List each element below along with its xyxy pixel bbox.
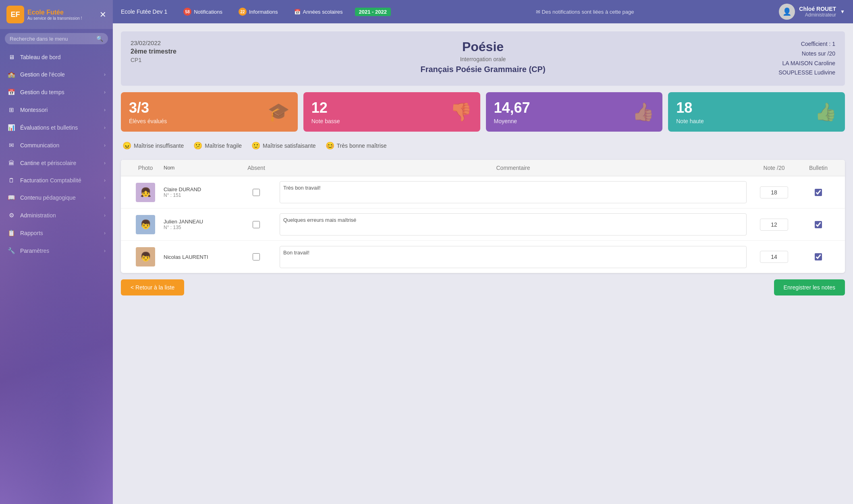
col-nom-3: Nicolas LAURENTI [164,254,236,260]
commentaire-value-1: Très bon travail! [283,185,321,191]
commentaire-value-3: Bon travail! [283,250,309,256]
absent-checkbox-3[interactable] [253,253,260,260]
eval-trimestre: 2ème trimestre [131,48,307,55]
sidebar-item-cantine[interactable]: 🏛Cantine et périscolaire › [0,154,113,171]
logo-area: EF Ecole Futée Au service de la transmis… [6,6,82,23]
sidebar-item-parametres[interactable]: 🔧Paramètres › [0,242,113,260]
emoji-bonne: 😊 [326,141,334,150]
bulletin-checkbox-2[interactable] [815,221,822,228]
sidebar-item-rapports[interactable]: 📋Rapports › [0,224,113,242]
sidebar-item-evaluations[interactable]: 📊Évaluations et bulletins › [0,119,113,136]
note-input-3[interactable] [760,251,788,263]
chevron-right-icon: › [104,178,106,183]
chevron-right-icon: › [104,160,106,166]
stats-row: 3/3 Élèves évalués 🎓 12 Note basse 👎 14,… [121,92,845,132]
col-commentaire-2: Quelques erreurs mais maîtrisé [276,213,750,235]
communication-icon: ✉ [7,142,15,149]
stat-value-basse: 12 [311,99,340,116]
close-sidebar-button[interactable]: ✕ [100,10,106,19]
year-badge: 2021 - 2022 [355,8,391,16]
emoji-insuffisante: 😠 [122,141,131,150]
stat-card-moyenne: 14,67 Moyenne 👍 [486,92,663,132]
eval-table: Photo Nom Absent Commentaire Note /20 Bu… [121,160,845,273]
eval-class: CP1 [131,57,307,63]
sidebar-item-label: Contenu pédagogique [20,194,76,201]
legend-bonne: 😊 Très bonne maîtrise [326,141,387,150]
commentaire-text-3: Bon travail! [280,246,747,268]
user-area[interactable]: 👤 Chloé ROUET Administrateur ▼ [779,4,845,20]
calendar-icon: 📅 [294,9,301,15]
col-photo: 👧 [127,183,164,202]
eval-meta-right: Coefficient : 1 Notes sur /20 LA MAISON … [659,39,835,78]
top-nav: Ecole Futée Dev 1 58 Notifications 22 In… [113,0,853,23]
informations-badge: 22 [239,8,247,16]
sidebar-item-ecole[interactable]: 🏫Gestion de l'école › [0,66,113,83]
commentaire-value-2: Quelques erreurs mais maîtrisé [283,217,356,223]
chevron-right-icon: › [104,107,106,113]
col-header-bulletin: Bulletin [798,165,838,171]
sidebar-item-facturation[interactable]: 🗒Facturation Comptabilité › [0,171,113,189]
bulletin-checkbox-1[interactable] [815,189,822,196]
col-header-photo: Photo [127,165,164,171]
bulletin-checkbox-3[interactable] [815,253,822,260]
sidebar-item-label: Rapports [20,230,43,236]
note-input-1[interactable] [760,186,788,198]
informations-button[interactable]: 22 Informations [235,5,282,18]
legend-label-insuffisante: Maîtrise insuffisante [134,143,184,149]
eval-date: 23/02/2022 [131,39,307,46]
student-name-2: Julien JANNEAU [164,219,236,225]
sidebar-item-temps[interactable]: 📅Gestion du temps › [0,83,113,101]
notifications-button[interactable]: 58 Notifications [179,5,226,18]
note-input-2[interactable] [760,219,788,231]
sidebar-item-montessori[interactable]: ⊞Montessori › [0,101,113,119]
stat-label-eleves: Élèves évalués [129,118,167,124]
chevron-right-icon: › [104,72,106,77]
col-absent-3 [236,253,276,260]
search-input[interactable] [10,36,96,42]
sidebar-item-communication[interactable]: ✉Communication › [0,136,113,154]
graduation-icon: 🎓 [268,101,290,122]
chevron-right-icon: › [104,89,106,95]
contenu-icon: 📖 [7,194,15,201]
ecole-icon: 🏫 [7,71,15,78]
student-photo-1: 👧 [136,183,155,202]
user-role: Administrateur [799,12,836,18]
col-nom-2: Julien JANNEAU N° : 135 [164,219,236,230]
stat-label-moyenne: Moyenne [494,118,530,124]
sidebar-header: EF Ecole Futée Au service de la transmis… [0,0,113,29]
user-info: Chloé ROUET Administrateur [799,6,836,18]
sidebar-item-contenu[interactable]: 📖Contenu pédagogique › [0,189,113,207]
back-button[interactable]: < Retour à la liste [121,279,184,295]
app-dev-title: Ecole Futée Dev 1 [121,8,167,15]
informations-label: Informations [249,9,278,15]
col-commentaire-1: Très bon travail! [276,181,750,203]
annees-button[interactable]: 📅 Années scolaires [290,6,347,17]
legend-row: 😠 Maîtrise insuffisante 😕 Maîtrise fragi… [121,138,845,153]
col-photo: 👦 [127,247,164,266]
sidebar-item-administration[interactable]: ⚙Administration › [0,207,113,224]
sidebar-item-label: Gestion de l'école [20,71,65,78]
mail-icon: ✉ [536,9,540,15]
absent-checkbox-2[interactable] [253,221,260,228]
stat-card-eleves: 3/3 Élèves évalués 🎓 [121,92,298,132]
facturation-icon: 🗒 [7,177,15,184]
student-name-1: Claire DURAND [164,186,236,192]
save-button[interactable]: Enregistrer les notes [774,279,845,295]
stat-card-haute: 18 Note haute 👍 [668,92,845,132]
stat-value-eleves: 3/3 [129,99,167,116]
chevron-down-icon: ▼ [840,9,845,14]
sidebar-item-dashboard[interactable]: 🖥Tableau de bord [0,48,113,66]
thumbup-icon: 👍 [632,101,654,122]
page-body: 23/02/2022 2ème trimestre CP1 Poésie Int… [113,23,853,504]
brand-tagline: Au service de la transmission ! [27,16,82,21]
logo-text: Ecole Futée Au service de la transmissio… [27,9,82,21]
legend-label-bonne: Très bonne maîtrise [337,143,387,149]
absent-checkbox-1[interactable] [253,189,260,196]
sidebar-item-label: Évaluations et bulletins [20,124,78,131]
legend-satisfaisante: 🙂 Maîtrise satisfaisante [251,141,316,150]
col-bulletin-2 [798,221,838,228]
col-header-nom: Nom [164,165,236,171]
legend-label-satisfaisante: Maîtrise satisfaisante [263,143,316,149]
stat-card-basse: 12 Note basse 👎 [303,92,480,132]
col-commentaire-3: Bon travail! [276,246,750,268]
